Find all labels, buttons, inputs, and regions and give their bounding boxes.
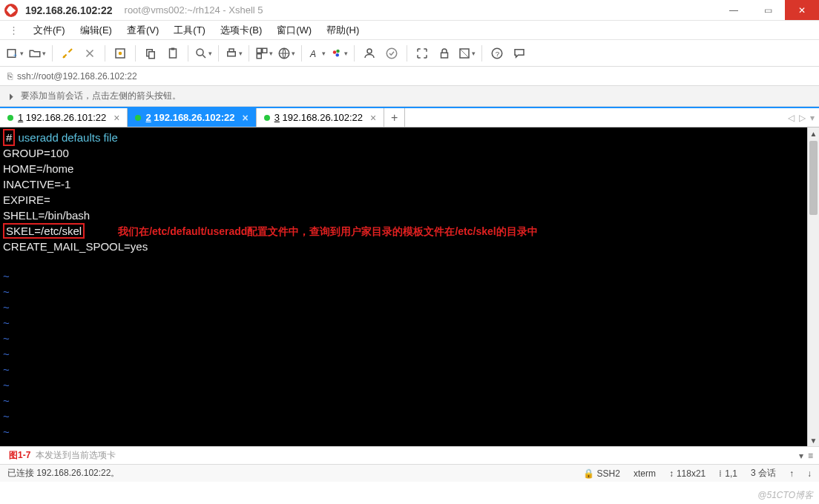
toolbar: + A ? (0, 40, 819, 67)
terminal-tilde: ~ (3, 363, 10, 376)
toolbar-separator (105, 45, 105, 62)
toolbar-separator (407, 45, 407, 62)
tab-label: 192.168.26.102:22 (283, 112, 363, 123)
session-tab-3[interactable]: 3 192.168.26.102:22 × (257, 108, 384, 127)
terminal-tilde: ~ (3, 285, 10, 298)
address-bar[interactable]: ⎘ ssh://root@192.168.26.102:22 (0, 67, 819, 86)
compose-placeholder: 本发送到当前选项卡 (36, 449, 116, 462)
tab-close-icon[interactable]: × (243, 112, 249, 124)
tab-strip: 1 192.168.26.101:22 × 2 192.168.26.102:2… (0, 107, 819, 127)
app-logo-icon (4, 4, 18, 17)
terminal-line: SHELL=/bin/bash (3, 209, 90, 222)
figure-label: 图1-7 (9, 449, 30, 462)
tab-close-icon[interactable]: × (370, 112, 376, 124)
terminal-tilde: ~ (3, 270, 10, 282)
terminal-line: EXPIRE= (3, 193, 50, 206)
tab-close-icon[interactable]: × (114, 112, 119, 124)
terminal-tilde: ~ (3, 301, 10, 314)
svg-rect-11 (229, 49, 234, 52)
menu-file[interactable]: 文件(F) (26, 21, 73, 40)
encoding-button[interactable] (276, 43, 297, 64)
toolbar-separator (481, 45, 482, 62)
svg-point-19 (336, 53, 340, 57)
fullscreen-button[interactable] (412, 43, 432, 64)
status-dot-icon (135, 115, 141, 121)
svg-point-17 (333, 50, 337, 54)
window-title-main: 192.168.26.102:22 (25, 4, 113, 16)
script-button[interactable] (381, 43, 402, 64)
scroll-down-icon[interactable]: ▼ (808, 434, 819, 446)
svg-rect-13 (263, 48, 267, 53)
copy-button[interactable] (140, 43, 161, 64)
paste-button[interactable] (162, 43, 183, 64)
scrollbar[interactable]: ▲ ▼ (807, 127, 819, 446)
transparency-button[interactable] (456, 43, 477, 64)
scroll-up-icon[interactable]: ▲ (808, 127, 819, 139)
tab-scroll-right-icon[interactable]: ▷ (799, 113, 806, 123)
tab-menu-icon[interactable]: ▾ (810, 113, 815, 123)
terminal[interactable]: # useradd defaults file GROUP=100 HOME=/… (0, 127, 807, 446)
reconnect-button[interactable] (57, 43, 78, 64)
tab-label: 192.168.26.101:22 (26, 112, 106, 123)
address-url: ssh://root@192.168.26.102:22 (17, 71, 137, 82)
svg-point-9 (197, 49, 203, 56)
status-dot-icon (264, 115, 270, 121)
menu-tabs[interactable]: 选项卡(B) (213, 21, 269, 40)
menu-edit[interactable]: 编辑(E) (73, 21, 119, 40)
menu-tools[interactable]: 工具(T) (166, 21, 213, 40)
help-button[interactable]: ? (487, 43, 507, 64)
terminal-tilde: ~ (3, 410, 10, 422)
hint-arrow-icon[interactable]: ⏵ (7, 91, 16, 102)
toolbar-separator (218, 45, 219, 62)
status-up-icon[interactable]: ↑ (789, 468, 794, 479)
session-tab-2[interactable]: 2 192.168.26.102:22 × (128, 108, 256, 127)
layout-button[interactable] (254, 43, 274, 64)
user-button[interactable] (359, 43, 380, 64)
new-session-button[interactable]: + (4, 43, 25, 64)
tab-scroll-left-icon[interactable]: ◁ (788, 113, 795, 123)
session-tab-1[interactable]: 1 192.168.26.101:22 × (0, 108, 128, 127)
compose-bar[interactable]: 图1-7 本发送到当前选项卡 ▾ ≡ (0, 446, 819, 464)
annotation-text: 我们在/etc/default/useradd配置文件中，查询到用户家目录的模板… (118, 225, 538, 237)
disconnect-button[interactable] (79, 43, 100, 64)
open-session-button[interactable] (27, 43, 47, 64)
hint-text: 要添加当前会话，点击左侧的箭头按钮。 (21, 90, 181, 102)
window-controls: — ▭ ✕ (717, 0, 819, 20)
toolbar-separator (135, 45, 136, 62)
toolbar-separator (249, 45, 249, 62)
close-button[interactable]: ✕ (785, 0, 819, 20)
hint-bar: ⏵ 要添加当前会话，点击左侧的箭头按钮。 (0, 86, 819, 107)
find-button[interactable] (193, 43, 214, 64)
scroll-thumb[interactable] (809, 141, 818, 215)
svg-point-20 (367, 49, 372, 53)
menu-view[interactable]: 查看(V) (119, 21, 166, 40)
add-tab-button[interactable]: + (384, 108, 405, 127)
status-bar: 已连接 192.168.26.102:22。 🔒 SSH2 xterm ↕ 11… (0, 464, 819, 482)
color-button[interactable] (329, 43, 349, 64)
toolbar-separator (301, 45, 302, 62)
properties-button[interactable] (110, 43, 131, 64)
status-size: ↕ 118x21 (669, 468, 705, 479)
lock-button[interactable] (434, 43, 455, 64)
compose-dropdown-icon[interactable]: ▾ (799, 451, 803, 461)
print-button[interactable] (223, 43, 244, 64)
status-cursor: ⁞ 1,1 (719, 468, 737, 479)
status-down-icon[interactable]: ↓ (807, 468, 812, 479)
font-button[interactable]: A (306, 43, 327, 64)
status-dot-icon (7, 115, 13, 121)
maximize-button[interactable]: ▭ (751, 0, 785, 20)
svg-rect-14 (257, 53, 261, 58)
annotation-box: # (3, 129, 15, 146)
menu-help[interactable]: 帮助(H) (319, 21, 366, 40)
window-title-sub: root@vms002:~/rh124 - Xshell 5 (125, 4, 263, 16)
feedback-button[interactable] (509, 43, 530, 64)
svg-text:?: ? (496, 49, 500, 57)
minimize-button[interactable]: — (717, 0, 751, 20)
status-protocol: 🔒 SSH2 (583, 468, 620, 479)
annotation-box: SKEL=/etc/skel (3, 223, 85, 239)
terminal-line: CREATE_MAIL_SPOOL=yes (3, 240, 148, 253)
address-icon: ⎘ (7, 71, 13, 82)
compose-menu-icon[interactable]: ≡ (808, 451, 813, 461)
menu-window[interactable]: 窗口(W) (269, 21, 319, 40)
terminal-tilde: ~ (3, 394, 10, 407)
